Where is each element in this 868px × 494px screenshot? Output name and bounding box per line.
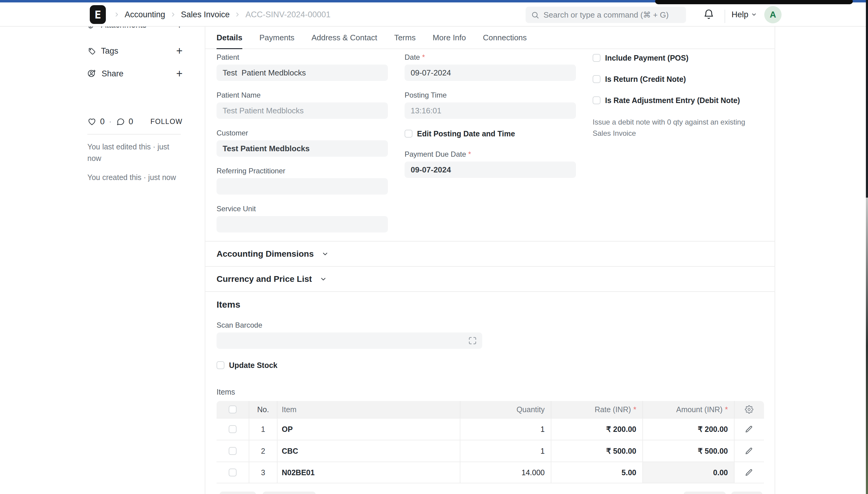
field-service-unit: Service Unit	[217, 204, 388, 232]
field-date: Date * 09-07-2024	[405, 53, 576, 81]
avatar-initial: A	[770, 10, 776, 20]
desktop-edge-strip	[866, 0, 868, 494]
posting-time-input[interactable]: 13:16:01	[405, 102, 576, 119]
include-payment-label: Include Payment (POS)	[605, 54, 688, 62]
table-row[interactable]: 2 CBC 1 ₹ 500.00 ₹ 500.00	[217, 440, 764, 461]
row-no: 2	[249, 440, 277, 461]
referring-practitioner-label: Referring Practitioner	[217, 166, 388, 175]
edit-posting-checkbox[interactable]	[405, 130, 412, 138]
barcode-scan-icon[interactable]	[468, 336, 477, 345]
logo-letter: E	[95, 8, 101, 21]
date-value: 09-07-2024	[411, 68, 451, 78]
global-search[interactable]	[525, 7, 686, 23]
edit-posting-checkbox-row[interactable]: Edit Posting Date and Time	[405, 129, 576, 139]
required-mark: *	[422, 53, 425, 61]
row-rate[interactable]: ₹ 200.00	[551, 419, 643, 440]
table-action-button-partial[interactable]	[731, 492, 762, 494]
help-menu[interactable]: Help	[732, 2, 757, 27]
patient-input[interactable]: Test Patient Medblocks	[217, 64, 388, 81]
date-input[interactable]: 09-07-2024	[405, 64, 576, 81]
referring-practitioner-input[interactable]	[217, 178, 388, 194]
sidebar-item-share[interactable]: Share +	[87, 68, 183, 80]
tab-more-info[interactable]: More Info	[432, 27, 466, 49]
tab-connections[interactable]: Connections	[483, 27, 527, 49]
comment-icon[interactable]	[116, 117, 125, 126]
row-checkbox[interactable]	[229, 447, 237, 455]
add-share-button[interactable]: +	[176, 68, 183, 79]
update-stock-checkbox[interactable]	[217, 361, 224, 369]
details-form: Patient Test Patient Medblocks Patient N…	[205, 49, 775, 241]
customer-input[interactable]: Test Patient Medblocks	[217, 140, 388, 157]
service-unit-input[interactable]	[217, 216, 388, 232]
section-currency-price-list[interactable]: Currency and Price List	[205, 266, 775, 291]
row-item-code[interactable]: OP	[277, 419, 460, 440]
tab-address-contact[interactable]: Address & Contact	[312, 27, 377, 49]
include-payment-checkbox[interactable]	[593, 54, 601, 62]
patient-name-value: Test Patient Medblocks	[223, 106, 303, 115]
edit-row-pencil-icon[interactable]	[745, 447, 753, 455]
is-rate-adjustment-checkbox-row[interactable]: Is Rate Adjustment Entry (Debit Note)	[593, 95, 764, 106]
header-rate-text: Rate (INR)	[595, 405, 631, 414]
gear-icon[interactable]	[745, 405, 753, 414]
payment-due-date-input[interactable]: 09-07-2024	[405, 162, 576, 178]
is-return-checkbox-row[interactable]: Is Return (Credit Note)	[593, 74, 764, 84]
row-item-code[interactable]: CBC	[277, 440, 460, 461]
row-amount[interactable]: ₹ 500.00	[643, 440, 735, 461]
edit-row-pencil-icon[interactable]	[745, 469, 753, 477]
tab-details[interactable]: Details	[217, 27, 242, 49]
user-avatar[interactable]: A	[764, 6, 781, 23]
row-checkbox[interactable]	[229, 425, 237, 433]
row-rate[interactable]: ₹ 500.00	[551, 440, 643, 461]
breadcrumb-sales-invoice[interactable]: Sales Invoice	[181, 10, 230, 19]
row-rate[interactable]: 5.00	[551, 462, 643, 483]
row-checkbox[interactable]	[229, 469, 237, 476]
is-return-checkbox[interactable]	[593, 75, 601, 83]
notifications-bell-icon[interactable]	[703, 8, 715, 20]
table-action-button-partial[interactable]	[263, 492, 316, 494]
app-logo[interactable]: E	[90, 5, 106, 24]
row-quantity[interactable]: 1	[460, 419, 551, 440]
row-quantity[interactable]: 14.000	[460, 462, 551, 483]
add-tag-button[interactable]: +	[176, 45, 183, 56]
row-amount[interactable]: 0.00	[643, 462, 735, 483]
include-payment-checkbox-row[interactable]: Include Payment (POS)	[593, 53, 764, 63]
breadcrumb: Accounting Sales Invoice ACC-SINV-2024-0…	[113, 2, 331, 27]
scan-barcode-input[interactable]	[217, 332, 482, 349]
chevron-right-icon	[234, 11, 241, 18]
last-edited-note: You last edited this · just now	[87, 141, 185, 164]
select-all-checkbox[interactable]	[229, 405, 237, 413]
table-row[interactable]: 1 OP 1 ₹ 200.00 ₹ 200.00	[217, 418, 764, 440]
payment-due-date-value: 09-07-2024	[411, 165, 451, 175]
field-patient: Patient Test Patient Medblocks	[217, 53, 388, 81]
tab-terms[interactable]: Terms	[394, 27, 416, 49]
tab-payments[interactable]: Payments	[259, 27, 295, 49]
row-amount[interactable]: ₹ 200.00	[643, 419, 735, 440]
breadcrumb-current-document: ACC-SINV-2024-00001	[245, 10, 331, 19]
required-mark: *	[468, 150, 471, 158]
table-action-button-partial[interactable]	[220, 492, 256, 494]
payment-due-date-label-text: Payment Due Date	[405, 150, 466, 158]
edit-row-pencil-icon[interactable]	[745, 425, 753, 433]
breadcrumb-accounting[interactable]: Accounting	[125, 10, 165, 19]
section-accounting-dimensions[interactable]: Accounting Dimensions	[205, 241, 775, 266]
chevron-down-icon	[751, 12, 757, 18]
patient-name-input[interactable]: Test Patient Medblocks	[217, 102, 388, 119]
is-rate-adjustment-checkbox[interactable]	[593, 96, 601, 104]
sidebar-item-tags[interactable]: Tags +	[87, 45, 183, 57]
update-stock-label: Update Stock	[229, 361, 277, 370]
update-stock-checkbox-row[interactable]: Update Stock	[217, 360, 763, 370]
help-label: Help	[732, 10, 749, 19]
navbar: E Accounting Sales Invoice ACC-SINV-2024…	[0, 2, 866, 27]
heart-icon[interactable]	[87, 117, 96, 126]
sidebar-divider	[87, 134, 181, 135]
comments-count: 0	[129, 117, 133, 126]
chevron-right-icon	[113, 11, 120, 18]
row-quantity[interactable]: 1	[460, 440, 551, 461]
table-action-button-partial[interactable]	[684, 492, 726, 494]
patient-label: Patient	[217, 53, 388, 62]
row-no: 1	[249, 419, 277, 440]
table-row[interactable]: 3 N02BE01 14.000 5.00 0.00	[217, 461, 764, 483]
row-item-code[interactable]: N02BE01	[277, 462, 460, 483]
search-input[interactable]	[543, 10, 681, 20]
follow-button[interactable]: FOLLOW	[150, 118, 183, 126]
